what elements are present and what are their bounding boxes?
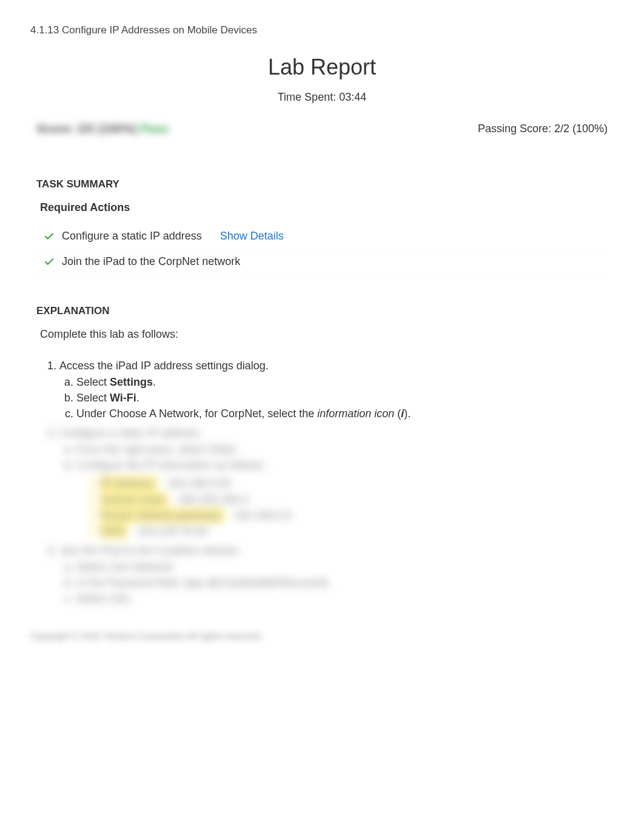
ip-key: Subnet mask: [99, 492, 169, 508]
explanation-heading: EXPLANATION [36, 305, 614, 317]
check-icon [44, 257, 55, 267]
step-3-title: Join the iPad to the CorpNet network. [59, 545, 241, 557]
action-label: Configure a static IP address [62, 230, 202, 243]
explanation-steps: Access the iPad IP address settings dial… [59, 358, 614, 606]
show-details-link[interactable]: Show Details [220, 230, 284, 243]
text: From the right pane, select Static. [76, 443, 240, 455]
text: Select Join Network. [76, 561, 176, 573]
text: ). [404, 407, 411, 420]
italic-text: information icon [317, 407, 394, 420]
check-icon [44, 231, 55, 242]
breadcrumb: 4.1.13 Configure IP Addresses on Mobile … [30, 24, 614, 36]
ip-val: 255.255.255.0 [178, 492, 248, 508]
step-1-title: Access the iPad IP address settings dial… [59, 360, 269, 372]
copyright-blurred: Copyright © 2022 TestOut Corporation All… [30, 631, 614, 641]
passing-score: Passing Score: 2/2 (100%) [478, 122, 608, 135]
bold-text: Wi-Fi [110, 392, 136, 404]
ip-val: 192.168.0.55 [167, 475, 231, 491]
step-2b: Configure the IP information as follows:… [76, 457, 614, 538]
action-list: Configure a static IP address Show Detai… [36, 224, 608, 275]
step-1: Access the iPad IP address settings dial… [59, 358, 614, 421]
time-spent: Time Spent: 03:44 [30, 91, 614, 104]
text: Select [76, 376, 110, 388]
ip-config-table: IP Address:192.168.0.55 Subnet mask:255.… [91, 475, 614, 538]
text: Select [76, 392, 110, 404]
action-item: Configure a static IP address Show Detai… [36, 224, 608, 249]
step-3-blurred: Join the iPad to the CorpNet network. Se… [59, 543, 614, 606]
text: Select Join. [76, 592, 133, 605]
step-2-blurred: Configure a static IP address. From the … [59, 425, 614, 539]
step-2a: From the right pane, select Static. [76, 441, 614, 457]
ip-key: IP Address: [99, 475, 158, 491]
text: Configure the IP information as follows: [76, 459, 266, 471]
text: Under Choose A Network, for CorpNet, sel… [76, 407, 317, 420]
step-3b: In the Password field, type @CorpNetWeRS… [76, 575, 614, 591]
step-3a: Select Join Network. [76, 559, 614, 575]
text: . [136, 392, 139, 404]
step-3c: Select Join. [76, 591, 614, 606]
action-label: Join the iPad to the CorpNet network [62, 255, 240, 268]
text: . [153, 376, 156, 388]
score-label: Score: 2/2 (100%) [36, 122, 140, 135]
action-item: Join the iPad to the CorpNet network [36, 249, 608, 275]
task-summary-heading: TASK SUMMARY [36, 178, 614, 190]
text: In the Password field, type @CorpNetWeRS… [76, 577, 331, 589]
score-blurred: Score: 2/2 (100%) Pass [36, 122, 169, 136]
explanation-intro: Complete this lab as follows: [40, 328, 614, 341]
ip-key: DNS: [99, 523, 128, 539]
ip-key: Router (default gateway): [99, 508, 224, 523]
bold-text: Settings [110, 376, 153, 388]
ip-val: 192.168.0.5 [234, 508, 292, 523]
step-1b: Select Wi-Fi. [76, 390, 614, 406]
step-1a: Select Settings. [76, 374, 614, 390]
ip-val: 163.128.78.93 [138, 523, 207, 539]
text: ( [394, 407, 401, 420]
score-status: Pass [140, 122, 169, 135]
required-actions-heading: Required Actions [40, 201, 614, 214]
step-2-title: Configure a static IP address. [59, 427, 203, 439]
page-title: Lab Report [30, 55, 614, 80]
step-1c: Under Choose A Network, for CorpNet, sel… [76, 406, 614, 421]
score-row: Score: 2/2 (100%) Pass Passing Score: 2/… [30, 122, 614, 154]
